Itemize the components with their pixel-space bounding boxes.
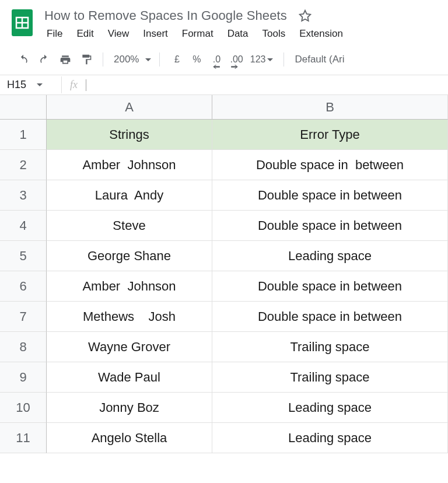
arrow-right-icon (231, 65, 238, 69)
name-box[interactable]: H15 (4, 76, 62, 93)
column-header-a[interactable]: A (47, 95, 212, 120)
name-box-value: H15 (7, 79, 26, 91)
cell[interactable]: Double space in between (212, 150, 448, 180)
menu-extensions[interactable]: Extension (293, 26, 349, 42)
cell[interactable]: Leading space (212, 393, 448, 423)
more-formats-label: 123 (250, 54, 266, 65)
cell[interactable]: Jonny Boz (47, 393, 212, 423)
cell[interactable]: Leading space (212, 241, 448, 271)
currency-button[interactable]: £ (168, 50, 186, 69)
document-title[interactable]: How to Remove Spaces In Google Sheets (41, 7, 290, 24)
separator (284, 52, 284, 66)
row-header[interactable]: 7 (0, 302, 47, 332)
menu-tools[interactable]: Tools (257, 26, 292, 42)
cell[interactable]: Amber Johnson (47, 271, 212, 302)
sheets-logo[interactable] (9, 6, 35, 40)
menu-edit[interactable]: Edit (71, 26, 99, 42)
menu-data[interactable]: Data (222, 26, 254, 42)
sheets-icon (9, 6, 35, 40)
row-header[interactable]: 3 (0, 180, 47, 211)
cell[interactable]: Double space in between (212, 211, 448, 241)
arrow-left-icon (213, 65, 220, 69)
column-header-b[interactable]: B (212, 95, 448, 120)
star-icon[interactable] (299, 9, 312, 22)
separator (159, 52, 160, 66)
row-header[interactable]: 11 (0, 423, 47, 453)
zoom-value: 200% (111, 54, 141, 65)
fx-icon: fx (62, 79, 86, 91)
cell[interactable]: Double space in between (212, 302, 448, 332)
cell[interactable]: Leading space (212, 423, 448, 453)
zoom-dropdown[interactable]: 200% (110, 54, 152, 65)
row-header[interactable]: 6 (0, 271, 47, 302)
row-header[interactable]: 2 (0, 150, 47, 180)
menu-view[interactable]: View (102, 26, 135, 42)
row-header[interactable]: 4 (0, 211, 47, 241)
cell[interactable]: Wayne Grover (47, 332, 212, 362)
print-button[interactable] (56, 50, 75, 69)
undo-icon (18, 54, 29, 65)
row-header[interactable]: 5 (0, 241, 47, 271)
dec-dec-label: .0 (213, 54, 220, 64)
menu-insert[interactable]: Insert (137, 26, 174, 42)
select-all-corner[interactable] (0, 95, 47, 120)
cell[interactable]: Strings (47, 120, 212, 150)
formula-bar: H15 fx (0, 75, 448, 95)
cell[interactable]: George Shane (47, 241, 212, 271)
separator (103, 52, 103, 66)
undo-button[interactable] (14, 50, 33, 69)
cell[interactable]: Error Type (212, 120, 448, 150)
redo-icon (38, 54, 50, 65)
inc-dec-label: .00 (230, 54, 243, 64)
cell[interactable]: Trailing space (212, 362, 448, 393)
spreadsheet-grid[interactable]: A B 1StringsError Type2Amber JohnsonDoub… (0, 95, 448, 453)
title-area: How to Remove Spaces In Google Sheets Fi… (41, 6, 439, 42)
percent-button[interactable]: % (188, 50, 205, 69)
cell[interactable]: Laura Andy (47, 180, 212, 211)
number-format-group: £ % .0 .00 123 (167, 50, 276, 69)
cell[interactable]: Angelo Stella (47, 423, 212, 453)
paint-format-button[interactable] (77, 50, 96, 69)
menu-file[interactable]: File (41, 26, 68, 42)
redo-button[interactable] (35, 50, 54, 69)
row-header[interactable]: 10 (0, 393, 47, 423)
chevron-down-icon (267, 58, 273, 61)
chevron-down-icon (37, 83, 43, 86)
print-icon (60, 54, 71, 65)
paint-roller-icon (80, 54, 92, 65)
font-dropdown[interactable]: Default (Ari (291, 54, 344, 65)
cell[interactable]: Steve (47, 211, 212, 241)
cell[interactable]: Amber Johnson (47, 150, 212, 180)
formula-input[interactable] (86, 77, 448, 93)
cell[interactable]: Trailing space (212, 332, 448, 362)
cell[interactable]: Double space in between (212, 271, 448, 302)
row-header[interactable]: 9 (0, 362, 47, 393)
menu-bar: File Edit View Insert Format Data Tools … (41, 26, 439, 42)
menu-format[interactable]: Format (176, 26, 219, 42)
row-header[interactable]: 1 (0, 120, 47, 150)
cell[interactable]: Double space in between (212, 180, 448, 211)
row-header[interactable]: 8 (0, 332, 47, 362)
chevron-down-icon (145, 58, 151, 61)
decrease-decimals-button[interactable]: .0 (208, 50, 225, 69)
toolbar: 200% £ % .0 .00 123 Default (Ari (0, 46, 448, 75)
cell[interactable]: Wade Paul (47, 362, 212, 393)
more-formats-button[interactable]: 123 (248, 50, 276, 69)
cell[interactable]: Methews Josh (47, 302, 212, 332)
app-header: How to Remove Spaces In Google Sheets Fi… (0, 0, 448, 42)
increase-decimals-button[interactable]: .00 (228, 50, 245, 69)
